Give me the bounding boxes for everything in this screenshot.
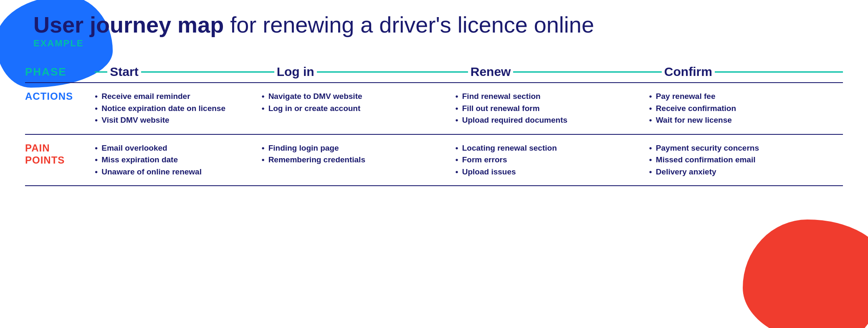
pain-start-list: Email overlooked Miss expiration date Un… [95,142,257,178]
list-item: Fill out renewal form [456,103,645,115]
phase-row: PHASE Start Log in [25,61,843,82]
pain-confirm-list: Payment security concerns Missed confirm… [649,142,839,178]
pain-label-line1: PAIN [25,142,50,154]
list-item: Receive confirmation [649,103,839,115]
list-item: Finding login page [262,142,451,154]
phase-renew-line-left [456,71,468,73]
list-item: Missed confirmation email [649,154,839,166]
main-content: User journey map for renewing a driver's… [25,13,843,186]
phase-login-name: Log in [277,65,314,79]
phase-confirm-name: Confirm [664,65,712,79]
list-item: Unaware of online renewal [95,166,257,178]
list-item: Email overlooked [95,142,257,154]
phase-renew-cell: Renew [456,61,649,82]
pain-start-cell: Email overlooked Miss expiration date Un… [95,135,261,186]
bottom-divider [25,185,843,186]
pain-renew-cell: Locating renewal section Form errors Upl… [456,135,649,186]
actions-login-cell: Navigate to DMV website Log in or create… [262,83,456,134]
list-item: Navigate to DMV website [262,91,451,103]
phase-login-cell: Log in [262,61,456,82]
list-item: Payment security concerns [649,142,839,154]
phase-start-wrap: Start [95,65,261,79]
blob-bottom-right-decoration [743,220,868,328]
list-item: Wait for new license [649,114,839,126]
phase-confirm-line-left [649,71,662,73]
actions-label: ACTIONS [25,83,95,134]
page-title: User journey map for renewing a driver's… [33,13,843,37]
bottom-divider-row [25,185,843,186]
pain-row: PAIN POINTS Email overlooked Miss expira… [25,135,843,186]
phase-confirm-cell: Confirm [649,61,843,82]
actions-start-list: Receive email reminder Notice expiration… [95,91,257,126]
list-item: Log in or create account [262,103,451,115]
phase-confirm-wrap: Confirm [649,65,843,79]
page-container: User journey map for renewing a driver's… [0,0,868,328]
list-item: Pay renewal fee [649,91,839,103]
phase-confirm-line-right [715,71,843,73]
pain-renew-list: Locating renewal section Form errors Upl… [456,142,645,178]
actions-renew-cell: Find renewal section Fill out renewal fo… [456,83,649,134]
phase-login-line-left [262,71,274,73]
list-item: Notice expiration date on license [95,103,257,115]
subtitle: EXAMPLE [33,38,843,49]
phase-renew-line-right [513,71,649,73]
list-item: Miss expiration date [95,154,257,166]
title-bold-part: User journey map [33,12,224,37]
actions-row: ACTIONS Receive email reminder Notice ex… [25,83,843,134]
list-item: Upload issues [456,166,645,178]
actions-start-cell: Receive email reminder Notice expiration… [95,83,261,134]
pain-login-list: Finding login page Remembering credentia… [262,142,451,166]
list-item: Delivery anxiety [649,166,839,178]
pain-label-line2: POINTS [25,154,65,166]
phase-start-name: Start [110,65,138,79]
phase-login-line-right [317,71,456,73]
phase-renew-wrap: Renew [456,65,649,79]
header: User journey map for renewing a driver's… [25,13,843,49]
actions-confirm-cell: Pay renewal fee Receive confirmation Wai… [649,83,843,134]
list-item: Form errors [456,154,645,166]
journey-table: PHASE Start Log in [25,61,843,186]
phase-start-cell: Start [95,61,261,82]
list-item: Upload required documents [456,114,645,126]
phase-login-wrap: Log in [262,65,456,79]
bottom-divider-cell [25,185,843,186]
phase-start-line-right [141,71,262,73]
phase-start-line-left [95,71,107,73]
list-item: Visit DMV website [95,114,257,126]
actions-confirm-list: Pay renewal fee Receive confirmation Wai… [649,91,839,126]
actions-renew-list: Find renewal section Fill out renewal fo… [456,91,645,126]
pain-label: PAIN POINTS [25,135,95,186]
phase-row-label: PHASE [25,61,95,82]
title-regular-part: for renewing a driver's licence online [224,12,594,37]
list-item: Remembering credentials [262,154,451,166]
phase-renew-name: Renew [471,65,511,79]
pain-login-cell: Finding login page Remembering credentia… [262,135,456,186]
pain-confirm-cell: Payment security concerns Missed confirm… [649,135,843,186]
list-item: Receive email reminder [95,91,257,103]
list-item: Find renewal section [456,91,645,103]
actions-login-list: Navigate to DMV website Log in or create… [262,91,451,114]
list-item: Locating renewal section [456,142,645,154]
